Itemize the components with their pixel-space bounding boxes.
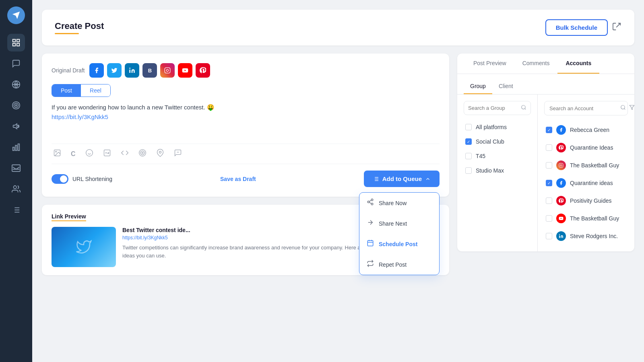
group-item-t45[interactable]: T45 xyxy=(464,149,531,163)
target-tool[interactable] xyxy=(137,148,148,160)
group-checkbox-studio-max[interactable] xyxy=(465,167,472,174)
group-search-input[interactable] xyxy=(468,105,518,111)
sidebar-item-list[interactable] xyxy=(7,201,25,219)
sidebar-item-team[interactable] xyxy=(7,180,25,198)
url-shortening-toggle[interactable] xyxy=(52,174,68,184)
svg-rect-0 xyxy=(13,39,15,42)
account-checkbox-quarantine-ideas-fb[interactable] xyxy=(546,180,552,186)
repeat-post-option[interactable]: Repet Post xyxy=(359,254,439,275)
gif-tool[interactable] xyxy=(101,148,113,160)
tab-post-preview[interactable]: Post Preview xyxy=(465,53,514,74)
create-post-card: Original Draft B xyxy=(42,53,449,197)
bulk-schedule-button[interactable]: Bulk Schedule xyxy=(545,19,608,36)
logo[interactable] xyxy=(7,6,25,24)
panel-tabs: Post Preview Comments Accounts xyxy=(457,53,634,74)
svg-rect-53 xyxy=(559,163,563,167)
left-column: Original Draft B xyxy=(42,53,449,275)
schedule-post-option[interactable]: Schedule Post xyxy=(359,234,439,254)
group-checkbox-t45[interactable] xyxy=(465,153,472,159)
account-search-input[interactable] xyxy=(549,105,617,111)
code-tool[interactable] xyxy=(119,148,130,160)
sidebar-item-target[interactable] xyxy=(7,97,25,114)
sidebar-item-megaphone[interactable] xyxy=(7,117,25,135)
account-item-quarantine-ideas-pi[interactable]: Quarantine Ideas xyxy=(544,139,628,156)
svg-rect-2 xyxy=(13,43,15,46)
facebook-platform-icon[interactable] xyxy=(89,63,104,78)
svg-line-42 xyxy=(369,200,371,202)
c-tool[interactable]: C xyxy=(69,148,77,160)
svg-point-22 xyxy=(56,151,57,152)
account-item-steve-rodgers[interactable]: Steve Rodgers Inc. xyxy=(544,227,628,245)
account-item-quarantine-ideas-fb[interactable]: Quarantine ideas xyxy=(544,174,628,192)
share-now-option[interactable]: Share Now xyxy=(359,193,439,213)
add-to-queue-button[interactable]: Add to Queue xyxy=(364,171,440,187)
tab-comments[interactable]: Comments xyxy=(514,53,558,74)
svg-line-51 xyxy=(624,109,625,110)
svg-point-39 xyxy=(367,201,369,203)
image-tool[interactable] xyxy=(52,148,63,160)
page-title-wrap: Create Post xyxy=(55,21,104,34)
account-checkbox-quarantine-ideas-pi[interactable] xyxy=(546,144,552,151)
account-item-rebecca-green[interactable]: Rebecca Green xyxy=(544,121,628,139)
account-checkbox-basketball-guy-ig[interactable] xyxy=(546,162,552,169)
svg-point-29 xyxy=(142,152,143,153)
linkedin-platform-icon[interactable] xyxy=(125,63,139,78)
svg-point-30 xyxy=(159,151,161,153)
group-item-social-club[interactable]: Social Club xyxy=(464,134,531,149)
svg-rect-10 xyxy=(18,144,20,151)
post-tab-post[interactable]: Post xyxy=(52,84,81,97)
post-text-area[interactable]: If you are wondering how to launch a new… xyxy=(52,103,440,139)
svg-point-27 xyxy=(139,150,146,156)
sidebar-item-inbox[interactable] xyxy=(7,159,25,177)
svg-point-18 xyxy=(130,68,131,69)
account-item-basketball-guy-ig[interactable]: The Basketball Guy xyxy=(544,156,628,174)
header-card: Create Post Bulk Schedule xyxy=(42,10,634,45)
tab-client[interactable]: Client xyxy=(492,79,520,94)
account-platform-icon-quarantine-ideas-pi xyxy=(556,143,566,152)
account-item-positivity-guides[interactable]: Positivity Guides xyxy=(544,192,628,210)
post-tab-reel[interactable]: Reel xyxy=(81,84,110,97)
buffer-platform-icon[interactable]: B xyxy=(142,63,157,78)
repeat-post-icon xyxy=(367,260,374,269)
sidebar-item-comments[interactable] xyxy=(7,55,25,72)
platform-icons: B xyxy=(89,63,210,78)
post-content-text: If you are wondering how to launch a new… xyxy=(52,104,215,111)
location-tool[interactable] xyxy=(155,148,166,160)
group-search-box xyxy=(464,101,531,115)
emoji-tool[interactable] xyxy=(84,148,95,160)
twitter-platform-icon[interactable] xyxy=(107,63,122,78)
group-item-all-platforms[interactable]: All platforms xyxy=(464,120,531,134)
share-next-option[interactable]: Share Next xyxy=(359,213,439,234)
link-preview-image-inner xyxy=(52,227,116,267)
tab-group[interactable]: Group xyxy=(464,79,492,94)
sidebar xyxy=(0,0,32,362)
sidebar-item-dashboard[interactable] xyxy=(7,34,25,51)
export-button[interactable] xyxy=(613,22,621,33)
account-checkbox-basketball-guy-yt[interactable] xyxy=(546,215,552,222)
svg-rect-26 xyxy=(104,150,110,156)
youtube-platform-icon[interactable] xyxy=(178,63,192,78)
original-draft-row: Original Draft B xyxy=(52,63,440,78)
account-checkbox-rebecca-green[interactable] xyxy=(546,127,552,133)
group-label-studio-max: Studio Max xyxy=(476,167,504,174)
sidebar-item-network[interactable] xyxy=(7,76,25,93)
mention-tool[interactable] xyxy=(172,148,184,160)
account-item-basketball-guy-yt[interactable]: The Basketball Guy xyxy=(544,210,628,227)
account-checkbox-positivity-guides[interactable] xyxy=(546,197,552,204)
account-checkbox-steve-rodgers[interactable] xyxy=(546,233,552,239)
group-item-studio-max[interactable]: Studio Max xyxy=(464,163,531,178)
instagram-platform-icon[interactable] xyxy=(160,63,175,78)
account-filter-icon[interactable] xyxy=(629,105,634,112)
url-shortening-label: URL Shortening xyxy=(72,176,112,182)
pinterest-platform-icon[interactable] xyxy=(196,63,210,78)
tab-accounts[interactable]: Accounts xyxy=(557,53,599,74)
post-link[interactable]: https://bit.ly/3KgNkk5 xyxy=(52,113,108,120)
save-draft-button[interactable]: Save as Draft xyxy=(220,176,256,182)
accounts-panel: Rebecca Green Quarantine Ideas xyxy=(538,95,634,251)
account-platform-icon-basketball-guy-ig xyxy=(556,160,566,170)
group-checkbox-social-club[interactable] xyxy=(465,138,472,145)
group-checkbox-all-platforms[interactable] xyxy=(465,124,472,130)
sidebar-item-analytics[interactable] xyxy=(7,138,25,156)
account-search-row xyxy=(544,101,628,115)
post-type-tabs: Post Reel xyxy=(52,84,111,97)
